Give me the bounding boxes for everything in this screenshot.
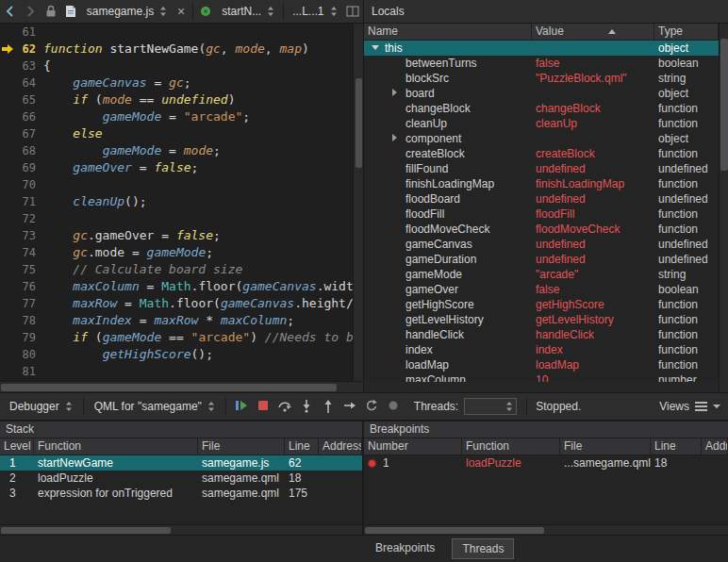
step-instruction-button[interactable] [339,395,361,418]
tab-threads[interactable]: Threads [452,538,514,559]
editor-vscrollbar[interactable] [353,24,363,381]
code-line[interactable]: 64 gameCanvas = gc; [0,74,353,91]
line-number[interactable]: 81 [0,363,36,380]
stack-hscrollbar-handle[interactable] [1,527,171,534]
locals-row[interactable]: fillFoundundefinedundefined [364,161,719,176]
locals-row[interactable]: floodFillfloodFillfunction [364,207,719,222]
breakpoints-hscrollbar[interactable] [364,524,728,535]
views-menu-button[interactable]: Views [659,400,724,413]
line-number[interactable]: 68 [0,142,36,159]
locals-row[interactable]: boardobject [364,86,719,101]
record-button[interactable] [383,395,405,418]
line-number[interactable]: 75 [0,261,36,278]
column-header-type[interactable]: Type [654,24,719,40]
code-line[interactable]: 70 [0,176,353,193]
line-number[interactable]: 73 [0,227,36,244]
locals-row[interactable]: getLevelHistorygetLevelHistoryfunction [364,312,719,327]
locals-row[interactable]: betweenTurnsfalseboolean [364,56,719,71]
editor-hscrollbar-handle[interactable] [1,384,337,391]
code-line[interactable]: 74 gc.mode = gameMode; [0,244,353,261]
code-line[interactable]: 65 if (mode == undefined) [0,91,353,108]
code-line[interactable]: 61 [0,24,353,41]
locals-row[interactable]: createBlockcreateBlockfunction [364,146,719,161]
code-line[interactable]: 63{ [0,58,353,74]
line-number[interactable]: 70 [0,176,36,193]
stack-frame-row[interactable]: 1startNewGamesamegame.js62 [0,455,362,471]
locals-row[interactable]: loadMaploadMapfunction [364,357,719,372]
locals-row[interactable]: thisobject [364,41,719,56]
code-line[interactable]: 81 [0,363,353,380]
column-header-line[interactable]: Line [285,438,319,455]
line-number[interactable]: 71 [0,193,36,210]
split-editor-button[interactable] [343,0,363,23]
locals-row[interactable]: getHighScoregetHighScorefunction [364,297,719,312]
locals-row[interactable]: indexindexfunction [364,342,719,357]
locals-row[interactable]: maxColumn10number [364,372,719,382]
stack-frame-row[interactable]: 2loadPuzzlesamegame.qml18 [0,471,362,486]
column-header-file[interactable]: File [198,438,285,455]
locals-row[interactable]: gameMode"arcade"string [364,267,719,282]
locals-vscrollbar-handle[interactable] [720,39,728,171]
code-line[interactable]: 78 maxIndex = maxRow * maxColumn; [0,312,353,329]
breakpoints-hscrollbar-handle[interactable] [365,527,544,534]
stack-hscrollbar[interactable] [0,524,362,535]
line-number[interactable]: 69 [0,159,36,176]
restart-button[interactable] [361,395,383,418]
open-file-combo[interactable]: samegame.js [81,0,173,23]
line-number[interactable]: 63 [0,58,36,74]
line-number[interactable]: 72 [0,210,36,227]
line-number[interactable]: 65 [0,91,36,108]
editor-vscrollbar-handle[interactable] [356,78,362,168]
locals-row[interactable]: floodBoardundefinedundefined [364,191,719,207]
locals-row[interactable]: changeBlockchangeBlockfunction [364,101,719,116]
column-header-file[interactable]: File [560,438,651,455]
column-header-address[interactable]: Address [702,438,728,455]
code-line[interactable]: 79 if (gameMode == "arcade") //Needs to … [0,329,353,346]
step-over-button[interactable] [274,395,296,418]
engine-combo[interactable]: QML for "samegame" [89,395,221,418]
code-line[interactable]: 69 gameOver = false; [0,159,353,176]
locals-row[interactable]: gameDurationundefinedundefined [364,252,719,267]
symbol-combo[interactable]: startN... [216,0,280,23]
column-header-name[interactable]: Name [364,24,532,40]
line-number[interactable]: 76 [0,278,36,295]
column-header-function[interactable]: Function [34,438,198,455]
line-number[interactable]: 79 [0,329,36,346]
stop-button[interactable] [253,395,274,418]
locals-row[interactable]: cleanUpcleanUpfunction [364,116,719,131]
continue-button[interactable] [231,395,253,418]
step-out-button[interactable] [318,395,339,418]
code-line[interactable]: 71 cleanUp(); [0,193,353,210]
code-line[interactable]: 73 gc.gameOver = false; [0,227,353,244]
tab-breakpoints[interactable]: Breakpoints [366,538,444,559]
code-line[interactable]: 80 getHighScore(); [0,346,353,363]
column-header-value[interactable]: Value [532,24,654,40]
expander-icon[interactable] [392,86,405,101]
code-line[interactable]: 67 else [0,125,353,142]
locals-row[interactable]: blockSrc"PuzzleBlock.qml"string [364,71,719,86]
debugger-combo[interactable]: Debugger [4,395,78,418]
column-header-level[interactable]: Level [0,438,34,455]
code-line[interactable]: 66 gameMode = "arcade"; [0,108,353,125]
line-number[interactable]: 66 [0,108,36,125]
locals-row[interactable]: handleClickhandleClickfunction [364,327,719,342]
code-line[interactable]: 72 [0,210,353,227]
line-number[interactable]: 64 [0,74,36,91]
locals-vscrollbar[interactable] [719,24,728,392]
expander-icon[interactable] [392,131,405,146]
breakpoint-row[interactable]: 1loadPuzzle...samegame.qml18 [364,455,728,471]
code-line[interactable]: 62function startNewGame(gc, mode, map) [0,41,353,58]
column-header-address[interactable]: Address [319,438,362,455]
column-header-line[interactable]: Line [651,438,702,455]
line-number[interactable]: 67 [0,125,36,142]
editor-hscrollbar[interactable] [0,381,363,392]
locals-row[interactable]: finishLoadingMapfinishLoadingMapfunction [364,176,719,191]
close-document-button[interactable]: × [173,4,190,19]
line-combo[interactable]: ...L...1 [287,0,342,23]
locals-row[interactable]: gameOverfalseboolean [364,282,719,297]
threads-combo[interactable] [464,398,517,415]
locals-row[interactable]: floodMoveCheckfloodMoveCheckfunction [364,222,719,237]
line-number[interactable]: 61 [0,24,36,41]
expander-icon[interactable] [372,41,385,56]
locals-row[interactable]: gameCanvasundefinedundefined [364,237,719,252]
